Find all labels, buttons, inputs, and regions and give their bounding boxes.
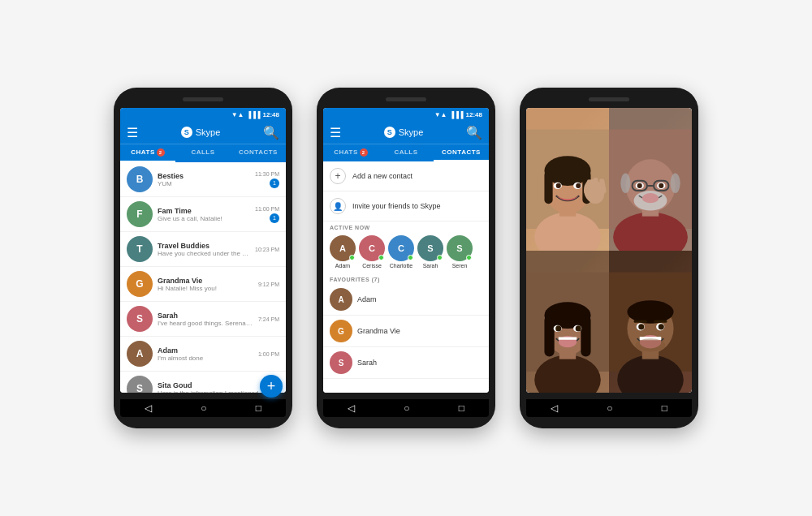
skype-s-logo-2: S: [384, 127, 395, 138]
active-contacts-list: A Adam C Cerisse C: [323, 232, 489, 273]
svg-point-26: [637, 183, 642, 188]
video-participant-bot-right: [609, 251, 692, 393]
chat-name-adam: Adam: [158, 346, 253, 355]
active-contact-adam[interactable]: A Adam: [330, 235, 356, 269]
tabs-1: CHATS2 CALLS CONTACTS: [120, 144, 286, 162]
tab-contacts-2[interactable]: CONTACTS: [434, 144, 489, 161]
chat-name-sarah: Sarah: [158, 312, 253, 320]
chat-time-sarah: 7:24 PM: [258, 316, 279, 322]
chats-badge-1: 2: [157, 148, 165, 157]
phone-speaker-2: [386, 97, 426, 101]
fav-item-sarah[interactable]: S Sarah: [323, 347, 489, 379]
chat-preview-famtime: Give us a call, Natalie!: [158, 215, 250, 222]
active-now-label: ACTIVE NOW: [323, 221, 489, 232]
chat-meta-famtime: 11:00 PM 1: [255, 206, 279, 223]
avatar-sarah: S: [127, 306, 153, 332]
home-button-2[interactable]: ○: [404, 402, 409, 414]
tab-calls-1[interactable]: CALLS: [175, 144, 231, 162]
home-button-1[interactable]: ○: [201, 402, 206, 414]
menu-icon-1[interactable]: ☰: [127, 125, 138, 140]
active-name-charlotte: Charlotte: [390, 263, 412, 269]
svg-rect-48: [654, 320, 667, 322]
chats-badge-2: 2: [360, 148, 368, 157]
active-contact-charlotte[interactable]: C Charlotte: [388, 235, 414, 269]
invite-action[interactable]: 👤 Invite your friends to Skype: [323, 191, 489, 221]
wifi-icon-2: ▼▲: [434, 111, 447, 118]
active-contact-sarah[interactable]: S Sarah: [417, 235, 443, 269]
fav-item-adam[interactable]: A Adam: [323, 284, 489, 316]
add-contact-action[interactable]: + Add a new contact: [323, 161, 489, 191]
svg-rect-35: [544, 315, 554, 356]
svg-point-20: [670, 174, 680, 193]
chat-unread-besties: 1: [270, 178, 279, 188]
fav-avatar-grandma: G: [330, 320, 352, 342]
active-avatar-wrap-seren: S: [447, 235, 473, 261]
chat-item-grandma[interactable]: G Grandma Vie Hi Natalie! Miss you! 9:12…: [120, 267, 286, 302]
online-dot-cerisse: [378, 255, 384, 260]
tab-chats-2[interactable]: CHATS2: [323, 144, 378, 161]
fav-item-grandma[interactable]: G Grandma Vie: [323, 316, 489, 347]
svg-point-29: [642, 193, 659, 203]
search-icon-1[interactable]: 🔍: [263, 125, 279, 140]
chat-item-travel[interactable]: T Travel Buddies Have you checked under …: [120, 232, 286, 267]
active-name-adam: Adam: [335, 263, 350, 269]
chat-name-besties: Besties: [158, 172, 250, 180]
back-button-3[interactable]: ◁: [551, 402, 558, 414]
fav-name-adam: Adam: [357, 295, 377, 303]
avatar-famtime: F: [127, 201, 153, 227]
chat-preview-sarah: I've heard good things. Serena said she.…: [158, 320, 253, 327]
chat-name-famtime: Fam Time: [158, 207, 250, 215]
chat-content-adam: Adam I'm almost done: [158, 346, 253, 362]
avatar-sita: S: [127, 376, 153, 393]
active-contact-cerisse[interactable]: C Cerisse: [359, 235, 385, 269]
avatar-grandma: G: [127, 271, 153, 297]
tab-calls-2[interactable]: CALLS: [378, 144, 434, 161]
invite-icon: 👤: [330, 198, 346, 214]
phone-screen-2: ▼▲ ▐▐▐ 12:48 ☰ S Skype 🔍 CHATS2 CALLS CO…: [323, 108, 489, 393]
chat-item-adam[interactable]: A Adam I'm almost done 1:00 PM: [120, 337, 286, 372]
chat-item-besties[interactable]: B Besties YUM 11:30 PM 1: [120, 162, 286, 197]
fav-avatar-adam: A: [330, 288, 352, 311]
chat-time-famtime: 11:00 PM: [255, 206, 279, 212]
svg-point-46: [627, 300, 673, 324]
chat-preview-travel: Have you checked under the stairs?: [158, 250, 250, 257]
signal-icon: ▐▐▐: [247, 111, 261, 118]
time-display-1: 12:48: [263, 111, 279, 118]
home-button-3[interactable]: ○: [607, 402, 612, 414]
recent-button-2[interactable]: □: [459, 402, 464, 414]
active-contact-seren[interactable]: S Seren: [447, 235, 473, 269]
chat-unread-famtime: 1: [270, 213, 279, 223]
phone-2: ▼▲ ▐▐▐ 12:48 ☰ S Skype 🔍 CHATS2 CALLS CO…: [317, 88, 495, 428]
menu-icon-2[interactable]: ☰: [330, 125, 341, 140]
skype-s-logo-1: S: [181, 127, 192, 138]
back-button-1[interactable]: ◁: [145, 402, 152, 414]
chat-item-famtime[interactable]: F Fam Time Give us a call, Natalie! 11:0…: [120, 197, 286, 232]
chat-time-grandma: 9:12 PM: [258, 282, 279, 287]
online-dot-adam: [349, 255, 355, 260]
svg-point-10: [576, 183, 581, 188]
face-svg-top-left: [526, 108, 609, 251]
chat-meta-besties: 11:30 PM 1: [255, 171, 279, 188]
back-button-2[interactable]: ◁: [348, 402, 355, 414]
search-icon-2[interactable]: 🔍: [466, 125, 482, 140]
svg-rect-5: [544, 171, 552, 204]
recent-button-1[interactable]: □: [256, 402, 261, 414]
chat-preview-sita: Here is the information I mentioned: [158, 389, 274, 393]
skype-header-2: ☰ S Skype 🔍: [323, 121, 489, 144]
recent-button-3[interactable]: □: [662, 402, 667, 414]
chat-content-sarah: Sarah I've heard good things. Serena sai…: [158, 312, 253, 327]
chat-meta-grandma: 9:12 PM: [258, 282, 279, 287]
tab-chats-1[interactable]: CHATS2: [120, 144, 175, 162]
chat-item-sarah[interactable]: S Sarah I've heard good things. Serena s…: [120, 302, 286, 337]
video-call-grid: [526, 108, 692, 393]
svg-point-27: [659, 183, 663, 188]
active-avatar-wrap-cerisse: C: [359, 235, 385, 261]
chat-content-famtime: Fam Time Give us a call, Natalie!: [158, 207, 250, 222]
phone-3: ◁ ○ □: [520, 88, 698, 428]
chat-time-travel: 10:23 PM: [255, 247, 279, 252]
skype-logo-2: S Skype: [384, 127, 424, 138]
tab-contacts-1[interactable]: CONTACTS: [231, 144, 286, 162]
phone-speaker-1: [183, 97, 223, 101]
status-bar-1: ▼▲ ▐▐▐ 12:48: [120, 108, 286, 121]
fab-button-1[interactable]: +: [260, 375, 283, 393]
